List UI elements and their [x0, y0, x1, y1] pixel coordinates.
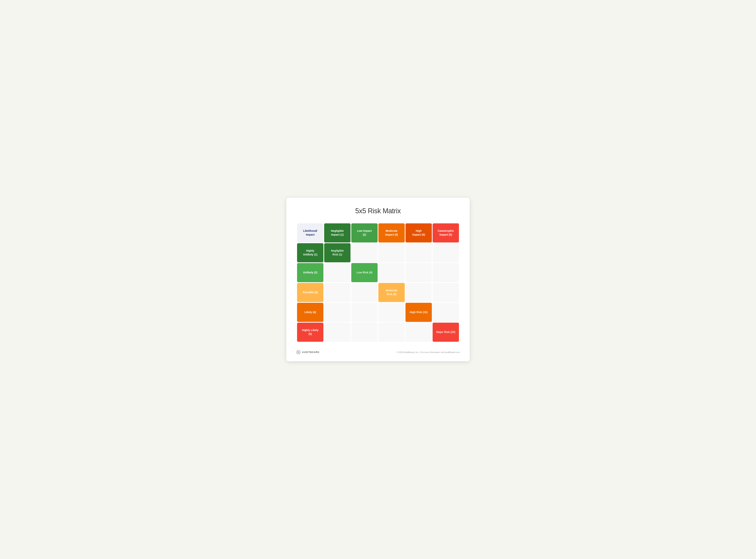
row-label-5: Highly Likely(5)	[297, 323, 324, 342]
cell-2-2: Low Risk (4)	[351, 263, 378, 282]
col-header-4: HighImpact (4)	[405, 223, 432, 243]
logo-icon	[296, 350, 301, 354]
cell-1-2	[351, 243, 378, 262]
row-label-1: HighlyUnlikely (1)	[297, 243, 324, 262]
footer-copyright: © 2023 AuditBoard, Inc. | For more infor…	[397, 351, 460, 353]
cell-1-3	[378, 243, 405, 262]
logo-text: AUDITBOARD	[302, 351, 319, 354]
main-card: 5x5 Risk Matrix Likelihood/ Impact Negli…	[286, 198, 470, 361]
row-highly-unlikely: HighlyUnlikely (1) NegligibleRisk (1)	[297, 243, 459, 262]
cell-1-5	[432, 243, 459, 262]
row-highly-likely: Highly Likely(5) Major Risk (25)	[297, 323, 459, 342]
col-header-2: Low Impact(2)	[351, 223, 378, 243]
cell-4-5	[432, 303, 459, 322]
cell-3-2	[351, 283, 378, 302]
matrix-container: Likelihood/ Impact NegligibleImpact (1) …	[296, 223, 460, 342]
cell-1-4	[405, 243, 432, 262]
cell-3-5	[432, 283, 459, 302]
cell-4-4: High Risk (16)	[405, 303, 432, 322]
cell-5-4	[405, 323, 432, 342]
header-row: Likelihood/ Impact NegligibleImpact (1) …	[297, 223, 459, 243]
row-likely: Likely (4) High Risk (16)	[297, 303, 459, 322]
col-header-3: ModerateImpact (3)	[378, 223, 405, 243]
col-header-1: NegligibleImpact (1)	[324, 223, 351, 243]
cell-2-3	[378, 263, 405, 282]
cell-4-3	[378, 303, 405, 322]
cell-5-2	[351, 323, 378, 342]
cell-1-1: NegligibleRisk (1)	[324, 243, 351, 262]
col-header-5: CatastrophicImpact (5)	[432, 223, 459, 243]
cell-3-3: ModerateRisk (9)	[378, 283, 405, 302]
row-possible: Possible (3) ModerateRisk (9)	[297, 283, 459, 302]
cell-4-1	[324, 303, 351, 322]
cell-3-4	[405, 283, 432, 302]
cell-2-4	[405, 263, 432, 282]
row-label-4: Likely (4)	[297, 303, 324, 322]
auditboard-logo: AUDITBOARD	[296, 350, 319, 354]
svg-point-2	[298, 352, 299, 353]
page-title: 5x5 Risk Matrix	[296, 207, 460, 215]
row-label-3: Possible (3)	[297, 283, 324, 302]
cell-4-2	[351, 303, 378, 322]
row-label-2: Unlikely (2)	[297, 263, 324, 282]
cell-5-5: Major Risk (25)	[432, 323, 459, 342]
cell-2-1	[324, 263, 351, 282]
risk-matrix-table: Likelihood/ Impact NegligibleImpact (1) …	[296, 223, 460, 342]
cell-3-1	[324, 283, 351, 302]
row-unlikely: Unlikely (2) Low Risk (4)	[297, 263, 459, 282]
corner-header: Likelihood/ Impact	[297, 223, 324, 243]
cell-2-5	[432, 263, 459, 282]
cell-5-3	[378, 323, 405, 342]
cell-5-1	[324, 323, 351, 342]
footer: AUDITBOARD © 2023 AuditBoard, Inc. | For…	[296, 348, 460, 354]
